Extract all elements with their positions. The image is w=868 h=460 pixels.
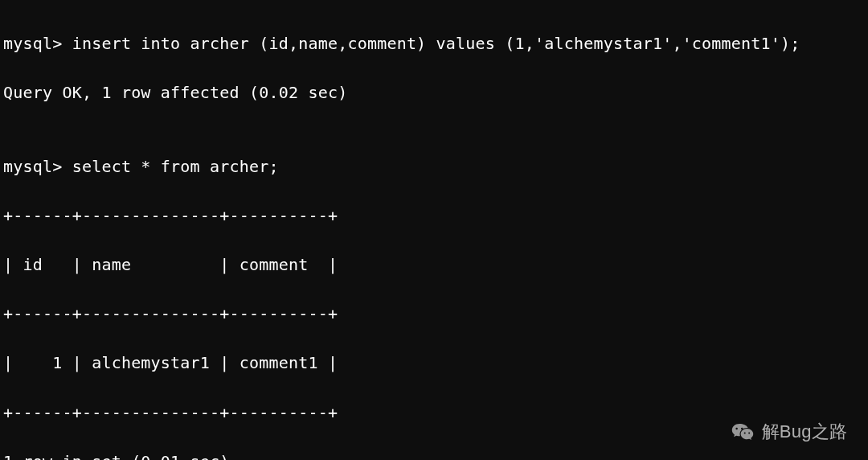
terminal-line: mysql> insert into archer (id,name,comme… (3, 31, 865, 56)
terminal-line: 1 row in set (0.01 sec) (3, 450, 865, 460)
wechat-icon (731, 421, 754, 443)
terminal-line: | id | name | comment | (3, 253, 865, 277)
terminal-line: +------+--------------+----------+ (3, 203, 865, 228)
terminal-line: | 1 | alchemystar1 | comment1 | (3, 351, 865, 376)
terminal-output[interactable]: mysql> insert into archer (id,name,comme… (3, 6, 865, 460)
watermark: 解Bug之路 (731, 418, 847, 446)
svg-point-1 (741, 428, 743, 429)
svg-point-0 (735, 428, 737, 429)
terminal-line: mysql> select * from archer; (3, 154, 865, 179)
terminal-line: Query OK, 1 row affected (0.02 sec) (3, 80, 865, 105)
svg-point-2 (743, 433, 745, 434)
svg-point-3 (748, 433, 750, 434)
watermark-text: 解Bug之路 (762, 418, 847, 446)
terminal-line: +------+--------------+----------+ (3, 302, 865, 327)
